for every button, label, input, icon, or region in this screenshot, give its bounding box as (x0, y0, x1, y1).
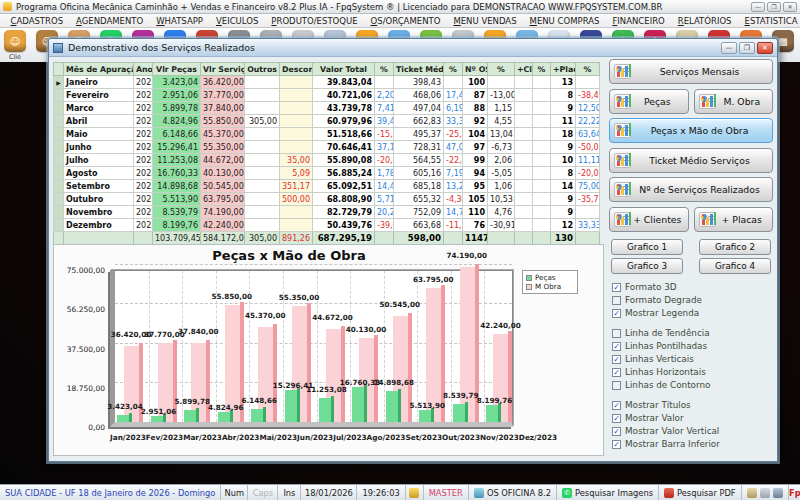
bar-pecas[interactable] (386, 391, 398, 422)
bar-pecas[interactable] (251, 409, 263, 422)
row-selector[interactable] (54, 193, 64, 206)
checkbox-box[interactable]: ✓ (612, 440, 621, 449)
column-header[interactable]: Nº OS (463, 63, 488, 76)
column-header[interactable]: % (444, 63, 463, 76)
column-header[interactable]: % (533, 63, 551, 76)
chart-button--placas[interactable]: + Placas (694, 207, 774, 232)
column-header[interactable]: Vlr Serviço (201, 63, 245, 76)
chart-button--clientes[interactable]: + Clientes (609, 207, 689, 232)
menu-item-financeiro[interactable]: FINANCEIRO (606, 16, 671, 26)
checkbox-mostrar-legenda[interactable]: ✓Mostrar Legenda (612, 307, 773, 320)
grafico-button-3[interactable]: Grafico 3 (611, 258, 683, 274)
table-row[interactable]: Novembro20238.539,7974.190,0082.729,7920… (54, 206, 600, 219)
checkbox-linhas-de-contorno[interactable]: Linhas de Contorno (612, 379, 773, 392)
app-restore-button[interactable]: ❐ (767, 2, 781, 12)
menu-item-cadastros[interactable]: CADASTROS (4, 16, 70, 26)
checkbox-box[interactable]: ✓ (612, 368, 621, 377)
clients-icon[interactable]: ☺Clie (1, 30, 29, 61)
row-selector[interactable] (54, 154, 64, 167)
table-row[interactable]: Fevereiro20232.951,0637.770,0040.721,062… (54, 89, 600, 102)
window-close-button[interactable]: ✕ (757, 42, 773, 54)
row-selector-current[interactable]: ▶ (54, 76, 64, 89)
checkbox-box[interactable]: ✓ (612, 427, 621, 436)
row-selector[interactable] (54, 128, 64, 141)
bar-pecas[interactable] (285, 390, 297, 422)
printer-icon[interactable] (760, 488, 770, 498)
column-header[interactable]: Ano (134, 63, 153, 76)
checkbox-mostrar-valor[interactable]: ✓Mostrar Valor (612, 412, 773, 425)
bar-pecas[interactable] (117, 415, 129, 422)
checkbox-formato-3d[interactable]: ✓Formato 3D (612, 281, 773, 294)
row-selector[interactable] (54, 206, 64, 219)
search-images-button[interactable]: ✆ Pesquisar Imagens (557, 485, 659, 500)
table-row[interactable]: Junho202315.296,4155.350,0070.646,4137,1… (54, 141, 600, 154)
checkbox-box[interactable] (612, 381, 621, 390)
checkbox-mostrar-t-tulos[interactable]: ✓Mostrar Títulos (612, 399, 773, 412)
grafico-button-2[interactable]: Grafico 2 (699, 239, 771, 255)
bar-pecas[interactable] (218, 412, 230, 422)
search-pdf-button[interactable]: Pesquisar PDF (659, 485, 742, 500)
checkbox-linhas-verticais[interactable]: ✓Linhas Verticais (612, 353, 773, 366)
menu-item-relat-rios[interactable]: RELATÓRIOS (671, 16, 738, 26)
checkbox-box[interactable] (612, 296, 621, 305)
column-header[interactable]: Ticket Médio (394, 63, 444, 76)
column-header[interactable]: Vlr Peças (153, 63, 201, 76)
menu-item-produto-estoque[interactable]: PRODUTO/ESTOQUE (265, 16, 364, 26)
bar-pecas[interactable] (184, 410, 196, 422)
checkbox-box[interactable]: ✓ (612, 309, 621, 318)
menu-item-agendamento[interactable]: AGENDAMENTO (70, 16, 150, 26)
app-minimize-button[interactable]: — (751, 2, 765, 12)
grafico-button-4[interactable]: Grafico 4 (699, 258, 771, 274)
bar-pecas[interactable] (352, 387, 364, 422)
checkbox-box[interactable]: ✓ (612, 355, 621, 364)
chart-button-pe-as-x-m-o-de-obra[interactable]: Peças x Mão de Obra (609, 118, 773, 143)
table-row[interactable]: Julho202311.253,0844.672,0035,0055.890,0… (54, 154, 600, 167)
row-selector[interactable] (54, 89, 64, 102)
menu-item-os-or-amento[interactable]: OS/ORÇAMENTO (364, 16, 447, 26)
table-row[interactable]: Agosto202316.760,3340.130,005,0956.885,2… (54, 167, 600, 180)
menu-item-menu-vendas[interactable]: MENU VENDAS (447, 16, 523, 26)
row-selector[interactable] (54, 180, 64, 193)
chart-button-servi-os-mensais[interactable]: Serviços Mensais (609, 59, 773, 84)
window-titlebar[interactable]: Demonstrativo dos Serviços Realizados — … (49, 39, 777, 57)
column-header[interactable]: % (375, 63, 394, 76)
checkbox-linhas-pontilhadas[interactable]: ✓Linhas Pontilhadas (612, 340, 773, 353)
row-selector[interactable] (54, 219, 64, 232)
chart-button-pe-as[interactable]: Peças (609, 89, 689, 114)
column-header[interactable]: Mês de Apuração (64, 63, 134, 76)
chart-button-n-de-servi-os-realizados[interactable]: Nº de Serviços Realizados (609, 177, 773, 202)
folder-search-icon[interactable] (747, 488, 757, 498)
bar-pecas[interactable] (486, 405, 498, 422)
checkbox-box[interactable]: ✓ (612, 401, 621, 410)
checkbox-box[interactable] (612, 329, 621, 338)
menu-item-menu-compras[interactable]: MENU COMPRAS (523, 16, 606, 26)
row-selector[interactable] (54, 141, 64, 154)
grafico-button-1[interactable]: Grafico 1 (611, 239, 683, 255)
app-close-button[interactable]: ✕ (783, 2, 797, 12)
column-header[interactable]: +Placa (551, 63, 576, 76)
table-row[interactable]: Setembro202314.898,6850.545,00351,1765.0… (54, 180, 600, 193)
table-row[interactable]: Maio20236.148,6645.370,0051.518,66-15,52… (54, 128, 600, 141)
checkbox-linhas-horizontais[interactable]: ✓Linhas Horizontais (612, 366, 773, 379)
menu-item-estatistica[interactable]: ESTATISTICA (738, 16, 800, 26)
row-selector[interactable] (54, 115, 64, 128)
table-row[interactable]: Dezembro20238.199,7642.240,0050.439,76-3… (54, 219, 600, 232)
table-row[interactable]: ▶Janeiro20233.423,0436.420,0039.843,0439… (54, 76, 600, 89)
menu-item-veiculos[interactable]: VEICULOS (209, 16, 264, 26)
table-row[interactable]: Outubro20235.513,9063.795,00500,0068.808… (54, 193, 600, 206)
chart-button-ticket-m-dio-servi-os[interactable]: Ticket Médio Serviços (609, 148, 773, 173)
bar-pecas[interactable] (151, 416, 163, 422)
chart-button-m-obra[interactable]: M. Obra (694, 89, 774, 114)
table-row[interactable]: Marco20235.899,7837.840,0043.739,787,414… (54, 102, 600, 115)
column-header[interactable]: Outros (245, 63, 280, 76)
column-header[interactable]: Valor Total (313, 63, 375, 76)
checkbox-box[interactable]: ✓ (612, 283, 621, 292)
column-header[interactable]: % (488, 63, 515, 76)
row-selector[interactable] (54, 102, 64, 115)
column-header[interactable]: % (576, 63, 600, 76)
checkbox-mostrar-valor-vertical[interactable]: ✓Mostrar Valor Vertical (612, 425, 773, 438)
bar-pecas[interactable] (419, 410, 431, 422)
bar-pecas[interactable] (319, 398, 331, 422)
row-selector[interactable] (54, 167, 64, 180)
column-header[interactable]: Desconto (280, 63, 313, 76)
